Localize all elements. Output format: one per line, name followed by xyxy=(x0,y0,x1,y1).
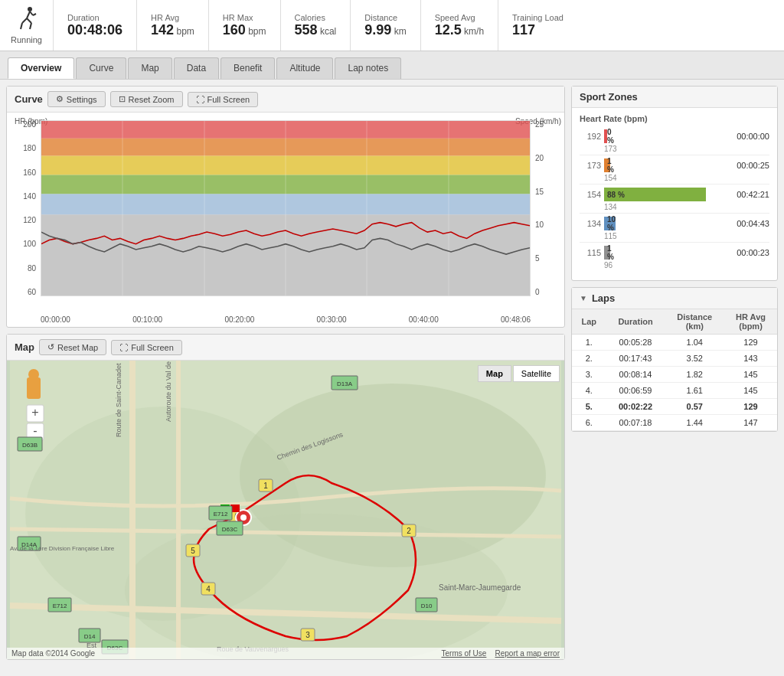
main-content: Curve ⚙ Settings ⊡ Reset Zoom ⛶ Full Scr… xyxy=(0,80,784,666)
tab-lap-notes[interactable]: Lap notes xyxy=(335,57,401,79)
zone-5-time: 00:00:23 xyxy=(720,248,769,257)
fullscreen-icon: ⛶ xyxy=(196,95,204,104)
settings-button[interactable]: ⚙ Settings xyxy=(47,91,106,107)
lap-duration: 00:02:22 xyxy=(606,399,665,415)
left-column: Curve ⚙ Settings ⊡ Reset Zoom ⛶ Full Scr… xyxy=(6,86,565,660)
svg-text:1: 1 xyxy=(263,482,268,490)
stat-duration: Duration 00:48:06 xyxy=(54,0,137,51)
stat-training-load: Training Load 117 xyxy=(498,0,577,51)
svg-text:E712: E712 xyxy=(53,603,67,609)
activity-label: Running xyxy=(11,35,42,44)
svg-text:+: + xyxy=(31,406,38,419)
laps-panel: ▼ Laps Lap Duration Distance(km) HR Avg(… xyxy=(571,287,778,432)
lap-distance: 1.61 xyxy=(665,383,724,399)
col-hr-avg: HR Avg(bpm) xyxy=(724,309,777,335)
lap-number: 2. xyxy=(572,351,606,367)
lap-duration: 00:06:59 xyxy=(606,383,665,399)
lap-distance: 1.82 xyxy=(665,367,724,383)
zone-1-percent: 0 % xyxy=(607,128,614,145)
zone-row-5: 115 1 % 00:00:23 xyxy=(580,244,769,261)
svg-line-3 xyxy=(27,18,31,23)
map-type-map[interactable]: Map xyxy=(478,365,511,382)
tab-data[interactable]: Data xyxy=(174,57,219,79)
zoom-icon: ⊡ xyxy=(119,94,126,104)
zone-subtitle: Heart Rate (bpm) xyxy=(580,114,769,123)
zone-4-time: 00:04:43 xyxy=(720,219,769,228)
map-type-buttons: Map Satellite xyxy=(478,365,560,382)
lap-hr-avg: 145 xyxy=(724,367,777,383)
col-distance: Distance(km) xyxy=(665,309,724,335)
header: Running Duration 00:48:06 HR Avg 142 bpm… xyxy=(0,0,784,51)
zone-5-percent: 1 % xyxy=(607,244,614,261)
laps-arrow-icon: ▼ xyxy=(580,294,587,302)
reset-map-icon: ↺ xyxy=(47,342,54,352)
laps-panel-header[interactable]: ▼ Laps xyxy=(572,288,777,309)
svg-text:D10: D10 xyxy=(421,603,433,609)
reset-zoom-button[interactable]: ⊡ Reset Zoom xyxy=(110,91,183,107)
zone-row-1: 192 0 % 00:00:00 xyxy=(580,128,769,145)
zone-1-time: 00:00:00 xyxy=(720,132,769,141)
terms-of-use-link[interactable]: Terms of Use xyxy=(441,649,486,658)
zone-row-4: 134 10 % 00:04:43 xyxy=(580,215,769,232)
map-view[interactable]: 1 2 3 4 5 6 xyxy=(7,361,564,659)
chart-canvas xyxy=(41,120,531,296)
lap-distance: 3.52 xyxy=(665,351,724,367)
svg-text:Autoroute du Val de Durance: Autoroute du Val de Durance xyxy=(165,361,172,422)
map-full-screen-button[interactable]: ⛶ Full Screen xyxy=(111,340,182,355)
svg-text:2: 2 xyxy=(407,527,411,535)
curve-panel: Curve ⚙ Settings ⊡ Reset Zoom ⛶ Full Scr… xyxy=(6,86,565,328)
svg-line-2 xyxy=(22,18,27,23)
full-screen-button[interactable]: ⛶ Full Screen xyxy=(188,92,259,107)
map-type-satellite[interactable]: Satellite xyxy=(513,365,560,382)
svg-text:4: 4 xyxy=(206,585,211,593)
svg-line-6 xyxy=(30,11,33,15)
map-panel: Map ↺ Reset Map ⛶ Full Screen xyxy=(6,334,565,660)
table-row: 4. 00:06:59 1.61 145 xyxy=(572,383,777,399)
activity-icon: Running xyxy=(0,0,54,51)
zone-4-percent: 10 % xyxy=(607,215,616,232)
zone-3-percent: 88 % xyxy=(607,191,625,199)
stat-distance: Distance 9.99 km xyxy=(351,0,420,51)
report-error-link[interactable]: Report a map error xyxy=(495,649,560,658)
tab-map[interactable]: Map xyxy=(128,57,172,79)
laps-table-header: Lap Duration Distance(km) HR Avg(bpm) xyxy=(572,309,777,335)
svg-point-0 xyxy=(28,7,32,11)
map-fullscreen-icon: ⛶ xyxy=(119,343,128,352)
svg-text:Av. de la 1ère Division França: Av. de la 1ère Division Française Libre xyxy=(10,545,115,552)
svg-line-4 xyxy=(21,23,22,29)
lap-hr-avg: 147 xyxy=(724,415,777,431)
stat-hr-avg: HR Avg 142 bpm xyxy=(137,0,209,51)
map-panel-header: Map ↺ Reset Map ⛶ Full Screen xyxy=(7,335,564,361)
svg-text:D13A: D13A xyxy=(337,380,353,387)
svg-line-5 xyxy=(30,23,31,29)
sport-zones-body: Heart Rate (bpm) 192 0 % 00:00:00 173 17… xyxy=(572,108,777,280)
col-duration: Duration xyxy=(606,309,665,335)
y-axis-right-labels: 25 20 15 10 5 0 xyxy=(535,120,557,296)
svg-text:3: 3 xyxy=(305,631,310,639)
svg-text:Route de Saint-Canadet: Route de Saint-Canadet xyxy=(115,363,122,437)
y-axis-left-labels: 200 180 160 140 120 100 80 60 xyxy=(15,120,36,296)
reset-map-button[interactable]: ↺ Reset Map xyxy=(39,339,106,355)
col-lap: Lap xyxy=(572,309,606,335)
svg-text:Saint-Marc-Jaumegarde: Saint-Marc-Jaumegarde xyxy=(439,583,521,592)
chart-area: HR (bpm) Speed (km/h) 200 180 160 140 12… xyxy=(7,113,564,327)
zone-2-time: 00:00:25 xyxy=(720,161,769,170)
svg-text:5: 5 xyxy=(191,547,195,555)
sport-zones-panel: Sport Zones Heart Rate (bpm) 192 0 % 00:… xyxy=(571,86,778,281)
lap-number: 6. xyxy=(572,415,606,431)
svg-text:D63B: D63B xyxy=(22,442,38,449)
table-row: 5. 00:02:22 0.57 129 xyxy=(572,399,777,415)
tab-altitude[interactable]: Altitude xyxy=(276,57,333,79)
svg-point-40 xyxy=(240,514,247,521)
tab-curve[interactable]: Curve xyxy=(76,57,126,79)
lap-distance: 1.04 xyxy=(665,335,724,351)
tab-benefit[interactable]: Benefit xyxy=(220,57,275,79)
svg-point-44 xyxy=(28,369,39,380)
svg-text:D14: D14 xyxy=(84,633,96,640)
svg-text:-: - xyxy=(33,424,37,437)
svg-line-7 xyxy=(33,14,36,15)
lap-number: 1. xyxy=(572,335,606,351)
table-row: 6. 00:07:18 1.44 147 xyxy=(572,415,777,431)
tab-overview[interactable]: Overview xyxy=(8,57,74,79)
lap-number: 5. xyxy=(572,399,606,415)
